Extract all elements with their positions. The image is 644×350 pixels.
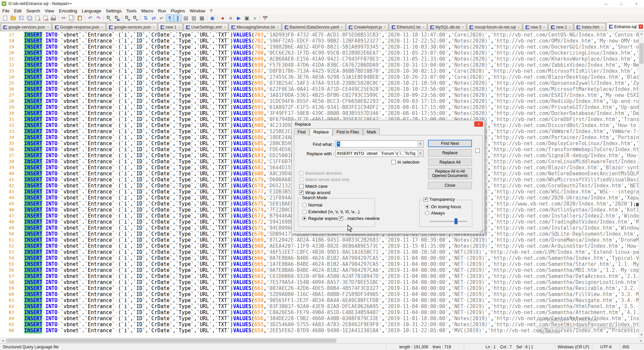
vertical-scrollbar[interactable]: ▲ ▼ [639,31,644,338]
code-line[interactable]: 62INSERT·INTO·`vbnet`.`Entrance`·(`i`,`I… [0,303,639,309]
dialog-title-bar[interactable]: Replace × [292,120,484,128]
tab-messagingservice-txt[interactable]: MessagingService.txt× [229,23,281,31]
replace-with-input[interactable]: INSERT INTO `vbnet`.`Forum`\(`i`,`ToTopi… [335,150,424,157]
playback-macro-icon[interactable]: ▶ [235,14,243,22]
tab-close-icon[interactable]: × [423,25,424,29]
document-map-icon[interactable]: ▥ [190,14,198,22]
code-line[interactable]: 63INSERT·INTO·`vbnet`.`Entrance`·(`i`,`I… [0,309,639,315]
transparency-checkbox[interactable] [424,197,428,202]
code-line[interactable]: 56INSERT·INTO·`vbnet`.`Entrance`·(`i`,`I… [0,267,639,273]
menu-tools[interactable]: Tools [124,8,139,13]
code-line[interactable]: 17INSERT·INTO·`vbnet`.`Entrance`·(`i`,`I… [0,32,639,38]
tab-backend-idataservice-yaml[interactable]: Backend.IDataService.yaml× [282,23,346,31]
find-what-input[interactable]: ^ ▼ [335,140,424,148]
tab-google-services-json[interactable]: google-services.json× [106,23,157,31]
open-file-icon[interactable] [9,14,17,22]
menu-plugins[interactable]: Plugins [168,8,187,13]
status-eol-format[interactable]: Windows (CR LF) [555,344,592,350]
in-selection-checkbox[interactable] [391,160,396,164]
in-selection-row[interactable]: In selection [391,160,420,165]
wrap-around-checkbox[interactable] [299,190,304,195]
run-macro-multiple-icon[interactable]: » [251,14,259,22]
code-line[interactable]: 22INSERT·INTO·`vbnet`.`Entrance`·(`i`,`I… [0,62,639,68]
scroll-right-arrow[interactable]: ► [638,338,644,343]
replace-all-button[interactable]: Replace All [428,159,472,166]
tab-new-3[interactable]: new 3× [523,23,548,31]
tab-usersettings-xml[interactable]: UserSettings.xml× [183,23,228,31]
tab-entrance-sql[interactable]: Entrance.sql× [606,22,644,31]
tab-close-icon[interactable]: × [224,25,225,29]
tab-close-icon[interactable]: × [569,25,571,29]
tab-close-icon[interactable]: × [518,25,520,29]
code-line[interactable]: 21INSERT·INTO·`vbnet`.`Entrance`·(`i`,`I… [0,56,639,62]
transparency-legend[interactable]: Transparency [422,197,456,202]
replace-icon[interactable]: ab [113,14,121,22]
zoom-out-icon[interactable]: − [131,14,139,22]
code-line[interactable]: 59INSERT·INTO·`vbnet`.`Entrance`·(`i`,`I… [0,285,639,291]
tab-close-icon[interactable]: × [277,25,278,29]
backward-direction-row[interactable]: Backward direction [299,171,342,176]
close-button[interactable]: × [629,0,644,7]
whole-word-row[interactable]: Match whole word only [299,177,350,182]
show-all-characters-icon[interactable]: ¶ [166,14,174,22]
tab-close-icon[interactable]: × [639,24,643,29]
code-line[interactable]: 20INSERT·INTO·`vbnet`.`Entrance`·(`i`,`I… [0,50,639,56]
code-line[interactable]: 52INSERT·INTO·`vbnet`.`Entrance`·(`i`,`I… [0,243,639,249]
tab-google-response-json[interactable]: Google-response.json× [52,23,106,31]
find-2-buttons-mode-checkbox[interactable] [475,149,480,153]
horizontal-scrollbar[interactable]: ◄ ► [0,338,644,343]
menu-edit[interactable]: Edit [12,8,24,13]
tab-mark[interactable]: Mark [363,128,380,135]
transparency-slider-thumb[interactable] [454,218,458,224]
code-line[interactable]: 60INSERT·INTO·`vbnet`.`Entrance`·(`i`,`I… [0,291,639,297]
tab-close-icon[interactable]: × [462,25,464,29]
code-line[interactable]: 30INSERT·INTO·`vbnet`.`Entrance`·(`i`,`I… [0,110,639,116]
replace-all-open-docs-button[interactable]: Replace All in All Opened Documents [428,168,472,179]
scroll-left-arrow[interactable]: ◄ [0,338,6,343]
menu-search[interactable]: Search [24,8,42,13]
record-macro-icon[interactable]: ● [219,14,227,22]
tab-close-icon[interactable]: × [341,25,343,29]
code-line[interactable]: 55INSERT·INTO·`vbnet`.`Entrance`·(`i`,`I… [0,261,639,267]
menu-view[interactable]: View [43,8,57,13]
tab-close-icon[interactable]: × [153,25,155,29]
dot-matches-newline-checkbox[interactable] [339,216,343,221]
code-line[interactable]: 58INSERT·INTO·`vbnet`.`Entrance`·(`i`,`I… [0,279,639,285]
status-encoding[interactable]: UTF-8 [592,344,620,350]
dialog-close-button[interactable]: × [474,121,483,127]
find-icon[interactable] [105,14,113,22]
regex-radio[interactable] [302,216,307,221]
maximize-button[interactable]: □ [614,0,629,7]
tab-close-icon[interactable]: × [601,25,603,29]
menu-settings[interactable]: Settings [104,8,124,13]
tab-createairport-js[interactable]: CreateAirport.js× [346,23,388,31]
function-list-icon[interactable]: ▤ [182,14,190,22]
menu-language[interactable]: Language [79,8,104,13]
code-line[interactable]: 57INSERT·INTO·`vbnet`.`Entrance`·(`i`,`I… [0,273,639,279]
tab-close-icon[interactable]: × [101,25,103,29]
tab-find[interactable]: Find [294,128,309,135]
chevron-down-icon[interactable]: ▼ [417,151,423,156]
tab-mssql-forum-vb-net-sql[interactable]: mssql-forum-vb-net.sql× [467,23,522,31]
code-line[interactable]: 18INSERT·INTO·`vbnet`.`Entrance`·(`i`,`I… [0,38,639,44]
tab-index-htm[interactable]: Index.htm× [574,23,606,31]
always-radio[interactable] [425,211,429,215]
close-dialog-button[interactable]: Close [428,182,472,189]
title-bar[interactable]: N G:\vb-net\Entrance.sql - Notepad++ — □… [0,0,644,7]
match-case-checkbox[interactable] [299,184,304,188]
save-macro-icon[interactable]: ▣ [243,14,251,22]
tab-close-icon[interactable]: × [384,25,386,29]
spell-check-icon[interactable]: ABC✓ [261,14,269,22]
chevron-down-icon[interactable]: ▼ [417,141,423,147]
print-icon[interactable] [49,14,57,22]
wrap-around-row[interactable]: Wrap around [299,190,330,195]
code-line[interactable]: 53INSERT·INTO·`vbnet`.`Entrance`·(`i`,`I… [0,249,639,255]
word-wrap-icon[interactable]: ↵ [158,14,166,22]
normal-radio[interactable] [302,203,307,207]
search-mode-normal-row[interactable]: Normal [302,202,322,208]
undo-icon[interactable]: ↶ [86,14,94,22]
menu-macro[interactable]: Macro [139,8,156,13]
new-file-icon[interactable] [1,14,9,22]
status-insert-mode[interactable]: INS [620,344,644,350]
menu-window[interactable]: Window [187,8,208,13]
